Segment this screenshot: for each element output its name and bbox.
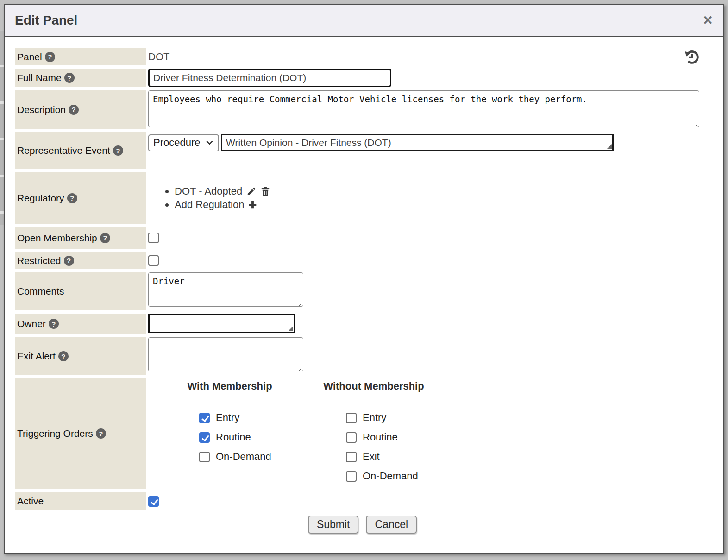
without-entry-option: Entry — [346, 412, 443, 424]
help-icon[interactable]: ? — [113, 145, 123, 156]
delete-regulation-icon[interactable] — [261, 186, 270, 196]
representative-event-field: Procedure — [146, 132, 723, 169]
open-membership-field — [146, 227, 723, 249]
without-exit-label: Exit — [363, 451, 380, 463]
row-restricted: Restricted ? — [15, 252, 723, 269]
representative-event-input[interactable] — [221, 134, 614, 151]
without-routine-option: Routine — [346, 431, 443, 443]
dialog-title: Edit Panel — [5, 13, 77, 28]
history-icon[interactable] — [683, 48, 700, 65]
with-routine-checkbox[interactable] — [199, 432, 210, 443]
without-routine-checkbox[interactable] — [346, 432, 357, 443]
close-button[interactable]: ✕ — [692, 5, 723, 36]
triggering-orders-label-cell: Triggering Orders ? — [15, 378, 146, 489]
panel-label: Panel — [17, 51, 42, 63]
regulatory-label-cell: Regulatory ? — [15, 172, 146, 224]
restricted-field — [146, 252, 723, 269]
owner-combo — [148, 314, 295, 333]
without-exit-option: Exit — [346, 451, 443, 463]
help-icon[interactable]: ? — [69, 105, 79, 115]
row-panel: Panel ? DOT — [15, 48, 723, 65]
exit-alert-label-cell: Exit Alert ? — [15, 337, 146, 375]
active-label: Active — [17, 496, 44, 507]
comments-label: Comments — [17, 286, 64, 297]
help-icon[interactable]: ? — [64, 256, 74, 266]
row-triggering-orders: Triggering Orders ? With Membership Entr… — [15, 378, 723, 489]
without-on-demand-checkbox[interactable] — [346, 471, 357, 482]
comments-field: Driver — [146, 272, 723, 310]
help-icon[interactable]: ? — [67, 193, 77, 203]
row-open-membership: Open Membership ? — [15, 227, 723, 249]
event-type-selected: Procedure — [153, 137, 201, 149]
cancel-button[interactable]: Cancel — [366, 516, 417, 534]
regulatory-add-item: Add Regulation — [175, 199, 270, 211]
regulatory-list-item: DOT - Adopted — [175, 185, 270, 197]
without-membership-header: Without Membership — [304, 380, 443, 392]
comments-textarea[interactable]: Driver — [148, 272, 303, 307]
without-entry-label: Entry — [363, 412, 386, 424]
with-on-demand-label: On-Demand — [216, 451, 271, 463]
with-membership-header: With Membership — [155, 380, 304, 392]
help-icon[interactable]: ? — [96, 428, 106, 439]
owner-input[interactable] — [148, 314, 295, 333]
with-routine-option: Routine — [199, 431, 304, 443]
with-entry-label: Entry — [216, 412, 239, 424]
triggering-orders-field: With Membership Entry Routine — [146, 378, 723, 489]
help-icon[interactable]: ? — [64, 73, 75, 83]
event-type-select[interactable]: Procedure — [148, 134, 219, 151]
without-exit-checkbox[interactable] — [346, 452, 357, 462]
row-exit-alert: Exit Alert ? — [15, 337, 723, 375]
full-name-input[interactable] — [148, 69, 391, 87]
without-on-demand-label: On-Demand — [363, 470, 418, 482]
without-on-demand-option: On-Demand — [346, 470, 443, 482]
chevron-down-icon — [206, 140, 213, 145]
full-name-field — [146, 69, 723, 87]
regulatory-field: DOT - Adopted — [146, 172, 723, 224]
restricted-checkbox[interactable] — [148, 255, 159, 266]
full-name-label-cell: Full Name ? — [15, 69, 146, 87]
active-field — [146, 492, 723, 510]
dialog-actions: Submit Cancel — [15, 516, 723, 534]
representative-event-combo — [221, 134, 614, 151]
active-checkbox[interactable] — [148, 496, 159, 507]
description-label: Description — [17, 104, 66, 115]
dialog-body: Panel ? DOT Full Name ? — [5, 37, 723, 534]
edit-panel-dialog: Edit Panel ✕ Panel ? DOT — [4, 4, 724, 554]
exit-alert-field — [146, 337, 723, 375]
restricted-label-cell: Restricted ? — [15, 252, 146, 269]
active-label-cell: Active — [15, 492, 146, 510]
owner-field — [146, 314, 723, 334]
owner-label-cell: Owner ? — [15, 314, 146, 334]
exit-alert-textarea[interactable] — [148, 337, 303, 371]
help-icon[interactable]: ? — [100, 233, 110, 243]
owner-label: Owner — [17, 318, 46, 329]
description-label-cell: Description ? — [15, 90, 146, 129]
help-icon[interactable]: ? — [45, 52, 55, 62]
submit-button[interactable]: Submit — [308, 516, 359, 534]
open-membership-label-cell: Open Membership ? — [15, 227, 146, 249]
regulatory-label: Regulatory — [17, 193, 64, 204]
row-regulatory: Regulatory ? DOT - Adopted — [15, 172, 723, 224]
help-icon[interactable]: ? — [49, 319, 59, 329]
restricted-label: Restricted — [17, 255, 61, 266]
add-regulation-icon[interactable] — [248, 201, 257, 209]
open-membership-label: Open Membership — [17, 233, 97, 244]
row-description: Description ? Employees who require Comm… — [15, 90, 723, 129]
background-page-edge — [0, 31, 4, 225]
row-active: Active — [15, 492, 723, 510]
full-name-label: Full Name — [17, 72, 62, 83]
with-on-demand-option: On-Demand — [199, 451, 304, 463]
regulatory-list: DOT - Adopted — [175, 184, 270, 212]
with-entry-checkbox[interactable] — [199, 413, 210, 423]
representative-event-label-cell: Representative Event ? — [15, 132, 146, 169]
with-on-demand-checkbox[interactable] — [199, 452, 210, 462]
panel-value: DOT — [148, 51, 169, 63]
description-textarea[interactable]: Employees who require Commercial Motor V… — [148, 90, 699, 127]
help-icon[interactable]: ? — [58, 351, 69, 361]
edit-regulation-icon[interactable] — [246, 186, 257, 196]
with-routine-label: Routine — [216, 431, 251, 443]
without-entry-checkbox[interactable] — [346, 413, 357, 423]
row-representative-event: Representative Event ? Procedure — [15, 132, 723, 169]
open-membership-checkbox[interactable] — [148, 233, 159, 243]
exit-alert-label: Exit Alert — [17, 351, 56, 362]
